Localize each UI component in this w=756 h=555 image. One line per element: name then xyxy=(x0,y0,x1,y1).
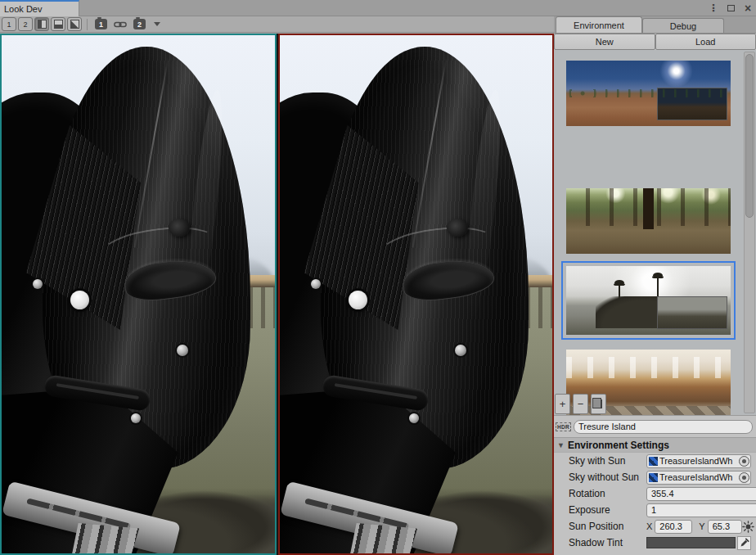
sky-without-sun-label: Sky without Sun xyxy=(569,472,646,483)
exposure-input[interactable] xyxy=(646,503,756,517)
split-diagonal-icon xyxy=(70,20,79,29)
robot-rivet xyxy=(311,279,321,289)
load-button[interactable]: Load xyxy=(655,34,756,50)
window-menu-icon[interactable]: ⋮ xyxy=(709,0,718,16)
hdri-thumbnail-forest[interactable] xyxy=(566,188,731,254)
camera-1-button[interactable]: 1 xyxy=(92,17,110,31)
shadow-tint-swatch[interactable] xyxy=(646,537,736,548)
robot-rivet xyxy=(409,413,419,423)
window-title: Look Dev xyxy=(4,4,42,14)
rotation-input[interactable] xyxy=(646,487,756,501)
sun-icon xyxy=(742,521,754,533)
tab-debug[interactable]: Debug xyxy=(642,18,724,33)
robot-rivet xyxy=(33,279,43,289)
look-dev-window: Look Dev ⋮ × 1 2 1 xyxy=(0,0,756,555)
environment-settings-title: Environment Settings xyxy=(568,440,669,451)
split-horizontal-button[interactable] xyxy=(51,17,65,31)
hdri-thumbnail-treasure-island xyxy=(566,266,731,335)
robot-neck-fins xyxy=(70,523,140,553)
environment-panel: Environment Debug New Load xyxy=(554,16,756,555)
camera-1-icon: 1 xyxy=(95,19,107,29)
environment-settings-section: ▼ Environment Settings Sky with Sun Trea… xyxy=(554,437,756,551)
remove-environment-button[interactable]: − xyxy=(573,394,588,414)
rotation-row: Rotation xyxy=(554,485,756,502)
lookdev-render-scene xyxy=(280,35,553,553)
environment-list-scrollbar[interactable] xyxy=(744,52,755,413)
rotation-label: Rotation xyxy=(569,488,646,499)
link-cameras-button[interactable] xyxy=(111,17,129,31)
foldout-triangle-icon: ▼ xyxy=(557,441,565,449)
lookdev-viewport xyxy=(0,34,554,555)
camera-2-button[interactable]: 2 xyxy=(131,17,148,31)
shadow-tint-row: Shadow Tint xyxy=(554,535,756,551)
robot-neck-fins xyxy=(348,523,418,553)
sky-with-sun-object-field[interactable]: TreasureIslandWh xyxy=(646,454,751,468)
hdr-name-row: HDR xyxy=(554,416,756,437)
sun-position-picker-button[interactable] xyxy=(742,520,754,533)
camera-2-icon: 2 xyxy=(133,19,146,29)
environment-hdri-list: + − xyxy=(554,50,756,416)
sky-without-sun-value: TreasureIslandWh xyxy=(659,472,737,482)
x-axis-label: X xyxy=(646,521,652,531)
sun-position-x-input[interactable] xyxy=(655,520,692,534)
titlebar: Look Dev ⋮ × xyxy=(0,0,756,16)
chevron-down-icon xyxy=(154,22,160,26)
sky-with-sun-label: Sky with Sun xyxy=(569,455,646,467)
sun-position-row: Sun Position X Y xyxy=(554,518,756,535)
duplicate-environment-button[interactable] xyxy=(591,394,606,414)
sun-position-y-input[interactable] xyxy=(708,520,742,534)
panel-tab-bar: Environment Debug xyxy=(554,16,756,34)
robot-white-button xyxy=(70,291,89,309)
shadow-tint-label: Shadow Tint xyxy=(569,537,646,548)
maximize-icon[interactable] xyxy=(726,0,736,16)
eyedropper-button[interactable] xyxy=(737,536,751,550)
single-view-1-button[interactable]: 1 xyxy=(2,17,16,31)
duplicate-icon xyxy=(595,399,602,408)
robot-temple-knob xyxy=(447,219,468,237)
environment-name-input[interactable] xyxy=(574,420,753,434)
sky-with-sun-row: Sky with Sun TreasureIslandWh xyxy=(554,453,756,469)
exposure-row: Exposure xyxy=(554,502,756,518)
hdri-shadow-inset xyxy=(657,296,727,329)
tab-look-dev[interactable]: Look Dev xyxy=(0,0,79,16)
hdri-shadow-inset xyxy=(657,88,727,120)
exposure-label: Exposure xyxy=(569,504,646,516)
tree-trunk xyxy=(643,188,654,229)
split-vertical-button[interactable] xyxy=(34,17,49,31)
link-icon xyxy=(114,20,127,29)
robot-white-button xyxy=(349,291,367,309)
object-picker-icon[interactable] xyxy=(739,472,749,483)
robot-temple-knob xyxy=(169,219,190,237)
eyedropper-icon xyxy=(740,538,749,548)
robot-rivet xyxy=(131,413,141,423)
render-view-1[interactable] xyxy=(0,34,277,555)
new-load-row: New Load xyxy=(554,34,756,50)
camera-options-dropdown-button[interactable] xyxy=(150,17,164,31)
toolbar-separator xyxy=(87,19,88,30)
hdr-badge-icon: HDR xyxy=(556,422,571,431)
scrollbar-thumb[interactable] xyxy=(745,54,754,218)
close-icon[interactable]: × xyxy=(743,0,753,16)
robot-rivet xyxy=(177,345,188,356)
sun-position-label: Sun Position xyxy=(569,521,646,532)
split-horizontal-icon xyxy=(54,20,63,29)
environment-settings-header[interactable]: ▼ Environment Settings xyxy=(554,438,756,453)
hdri-thumbnail-desert-sun[interactable] xyxy=(566,61,731,126)
split-diagonal-button[interactable] xyxy=(67,17,82,31)
object-picker-icon[interactable] xyxy=(739,456,749,467)
new-button[interactable]: New xyxy=(554,34,655,50)
window-controls: ⋮ × xyxy=(709,0,753,16)
sky-with-sun-value: TreasureIslandWh xyxy=(659,456,737,466)
main-area: Environment Debug New Load xyxy=(0,34,756,555)
add-environment-button[interactable]: + xyxy=(555,394,570,414)
cubemap-icon xyxy=(649,473,658,482)
y-axis-label: Y xyxy=(699,521,704,531)
sky-without-sun-object-field[interactable]: TreasureIslandWh xyxy=(646,471,751,485)
tab-environment[interactable]: Environment xyxy=(556,16,642,33)
lookdev-render-scene xyxy=(2,35,275,553)
hdri-thumbnail-treasure-island-selected[interactable] xyxy=(561,261,736,340)
cubemap-icon xyxy=(649,457,658,466)
single-view-2-button[interactable]: 2 xyxy=(18,17,33,31)
environment-list-toolbar: + − xyxy=(555,394,606,414)
render-view-2[interactable] xyxy=(278,34,555,555)
